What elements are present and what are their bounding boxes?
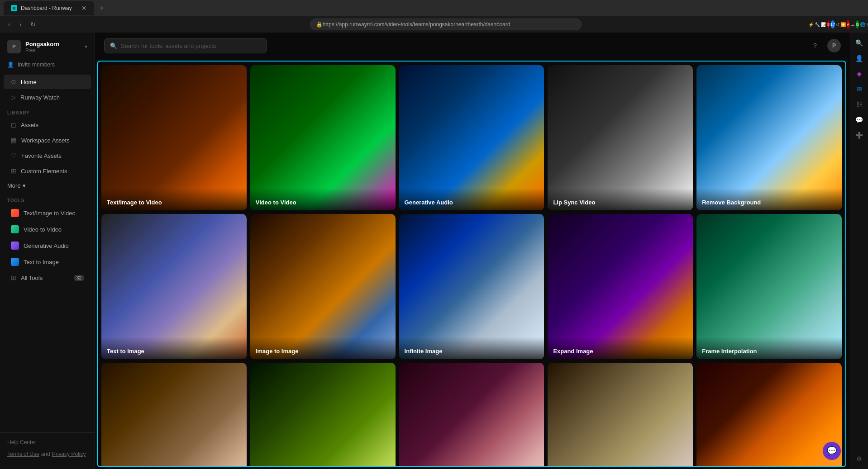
address-bar[interactable]: 🔒 https://app.runwayml.com/video-tools/t… xyxy=(310,19,582,30)
runway-watch-label: Runway Watch xyxy=(20,94,60,101)
right-panel: 🔍 👤 ◈ ✉ ⛓ 💬 ➕ ⚙ xyxy=(850,33,868,469)
user-plan: Free xyxy=(25,47,80,53)
back-button[interactable]: ‹ xyxy=(5,20,13,29)
right-panel-user-icon[interactable]: 👤 xyxy=(853,52,866,65)
app-layout: P Pongsakorn Free ▾ 👤 Invite members ⊙ H… xyxy=(0,33,868,469)
new-tab-button[interactable]: + xyxy=(96,1,108,15)
right-panel-link-icon[interactable]: ⛓ xyxy=(853,98,866,111)
home-label: Home xyxy=(21,79,37,85)
extensions-area: ⚡ 🔧 📝 8 17 ↺ 🔽 A ☁ G 🌐 ⊞ ☆ ⤢ ⋯ M — □ ✕ xyxy=(853,19,863,29)
right-panel-outlook-icon[interactable]: ✉ xyxy=(853,82,866,96)
sidebar-item-custom-elements[interactable]: ⊞ Custom Elements xyxy=(4,164,91,178)
more-chevron-icon: ▾ xyxy=(23,182,26,189)
sidebar-item-text-to-image[interactable]: Text to Image xyxy=(4,254,91,270)
main-header: 🔍 Search for tools, assets and projects … xyxy=(95,33,850,59)
more-button[interactable]: More ▾ xyxy=(0,179,95,193)
card-label-text-image-to-video: Text/Image to Video xyxy=(101,188,247,210)
terms-link[interactable]: Terms of Use xyxy=(7,451,39,457)
sidebar-item-home[interactable]: ⊙ Home xyxy=(4,75,91,89)
forward-button[interactable]: › xyxy=(17,20,24,29)
library-section-label: LIBRARY xyxy=(0,105,95,117)
tool-card-3d-capture[interactable]: 3D Capture xyxy=(548,363,693,467)
user-name: Pongsakorn xyxy=(25,41,80,47)
help-button[interactable]: ? xyxy=(808,39,822,52)
right-panel-color-icon[interactable]: ◈ xyxy=(853,67,866,81)
sidebar-item-text-image-to-video[interactable]: Text/Image to Video xyxy=(4,205,91,221)
browser-tabs: R Dashboard - Runway ✕ + xyxy=(0,0,868,16)
sidebar-item-favorite-assets[interactable]: ♡ Favorite Assets xyxy=(4,148,91,163)
right-panel-search-icon[interactable]: 🔍 xyxy=(853,36,866,50)
sidebar-item-workspace-assets[interactable]: ▤ Workspace Assets xyxy=(4,133,91,147)
search-placeholder: Search for tools, assets and projects xyxy=(121,43,216,49)
card-label-expand-image: Expand Image xyxy=(548,337,693,359)
tool-card-lip-sync-video[interactable]: Lip Sync Video xyxy=(548,65,693,210)
url-text: https://app.runwayml.com/video-tools/tea… xyxy=(323,21,510,28)
assets-icon: ◻ xyxy=(11,121,16,128)
refresh-button[interactable]: ↻ xyxy=(28,20,38,29)
card-label-frame-interpolation: Frame Interpolation xyxy=(696,337,842,359)
card-label-generative-audio: Generative Audio xyxy=(399,188,544,210)
sidebar-item-assets[interactable]: ◻ Assets xyxy=(4,118,91,132)
sidebar: P Pongsakorn Free ▾ 👤 Invite members ⊙ H… xyxy=(0,33,95,469)
tool-card-text-image-to-video[interactable]: Text/Image to Video xyxy=(101,65,247,210)
invite-members-button[interactable]: 👤 Invite members xyxy=(0,59,95,71)
tool-card-expand-image[interactable]: Expand Image xyxy=(548,214,693,359)
sidebar-item-all-tools[interactable]: ⊞ All Tools 32 xyxy=(4,270,91,285)
all-tools-icon: ⊞ xyxy=(11,274,16,281)
tool-card-backdrop-remix[interactable]: Backdrop Remix xyxy=(250,363,396,467)
sidebar-item-runway-watch[interactable]: ▷ Runway Watch xyxy=(4,90,91,104)
more-label: More xyxy=(7,182,21,189)
chat-float-button[interactable]: 💬 xyxy=(823,442,841,460)
sidebar-item-generative-audio[interactable]: Generative Audio xyxy=(4,238,91,253)
workspace-icon: ▤ xyxy=(11,137,17,144)
play-icon: ▷ xyxy=(11,94,16,101)
nav-icons-right: ⚡ 🔧 📝 8 17 ↺ 🔽 A ☁ G 🌐 ⊞ ☆ ⤢ ⋯ M — □ ✕ xyxy=(853,19,863,29)
and-text: and xyxy=(41,451,50,457)
card-label-infinite-image: Infinite Image xyxy=(399,337,544,359)
tool-card-generative-audio[interactable]: Generative Audio xyxy=(399,65,544,210)
tool-card-remove-background[interactable]: Remove Background xyxy=(696,65,842,210)
tab-close-button[interactable]: ✕ xyxy=(81,5,87,12)
card-label-image-to-image: Image to Image xyxy=(250,337,396,359)
tool-card-frame-interpolation[interactable]: Frame Interpolation xyxy=(696,214,842,359)
tab-label: Dashboard - Runway xyxy=(21,5,72,11)
tool-card-infinite-image[interactable]: Infinite Image xyxy=(399,214,544,359)
all-tools-count: 32 xyxy=(74,275,84,281)
card-label-video-to-video: Video to Video xyxy=(250,188,396,210)
header-right: ? P xyxy=(808,39,841,52)
browser-chrome: R Dashboard - Runway ✕ + ‹ › ↻ 🔒 https:/… xyxy=(0,0,868,33)
invite-icon: 👤 xyxy=(7,62,14,68)
tool-card-image-to-image[interactable]: Image to Image xyxy=(250,214,396,359)
avatar: P xyxy=(7,40,21,53)
card-label-remove-background: Remove Background xyxy=(696,188,842,210)
help-center-link[interactable]: Help Center xyxy=(0,436,95,448)
tool-card-3d-texture[interactable]: 3D Texture xyxy=(696,363,842,467)
privacy-link[interactable]: Privacy Policy xyxy=(52,451,86,457)
sidebar-bottom: Help Center Terms of Use and Privacy Pol… xyxy=(0,432,95,464)
invite-label: Invite members xyxy=(18,62,55,68)
sidebar-item-video-to-video[interactable]: Video to Video xyxy=(4,222,91,237)
tools-grid-wrapper: Text/Image to Video Video to Video Gener… xyxy=(97,61,846,467)
tool-card-video-to-video[interactable]: Video to Video xyxy=(250,65,396,210)
tab-favicon: R xyxy=(11,5,17,11)
user-info: Pongsakorn Free xyxy=(25,41,80,53)
user-avatar-button[interactable]: P xyxy=(827,39,841,52)
search-icon: 🔍 xyxy=(110,43,117,49)
heart-icon: ♡ xyxy=(11,152,17,159)
tool-dot-tti xyxy=(11,258,19,266)
chat-bubble-icon: 💬 xyxy=(827,446,837,456)
active-tab[interactable]: R Dashboard - Runway ✕ xyxy=(4,1,94,15)
tool-card-image-variation[interactable]: Image Variation xyxy=(399,363,544,467)
search-bar[interactable]: 🔍 Search for tools, assets and projects xyxy=(104,38,267,53)
user-menu[interactable]: P Pongsakorn Free ▾ xyxy=(0,38,95,59)
tool-card-text-to-image[interactable]: Text to Image xyxy=(101,214,247,359)
tools-grid: Text/Image to Video Video to Video Gener… xyxy=(101,65,842,467)
right-panel-settings-icon[interactable]: ⚙ xyxy=(853,452,866,465)
right-panel-chat-icon[interactable]: 💬 xyxy=(853,113,866,127)
browser-nav: ‹ › ↻ 🔒 https://app.runwayml.com/video-t… xyxy=(0,16,868,33)
tool-card-erase-and-replace[interactable]: Erase and Replace xyxy=(101,363,247,467)
chevron-down-icon: ▾ xyxy=(85,43,87,50)
right-panel-plus-icon[interactable]: ➕ xyxy=(853,128,866,142)
tools-section-label: TOOLS xyxy=(0,193,95,205)
card-label-text-to-image: Text to Image xyxy=(101,337,247,359)
